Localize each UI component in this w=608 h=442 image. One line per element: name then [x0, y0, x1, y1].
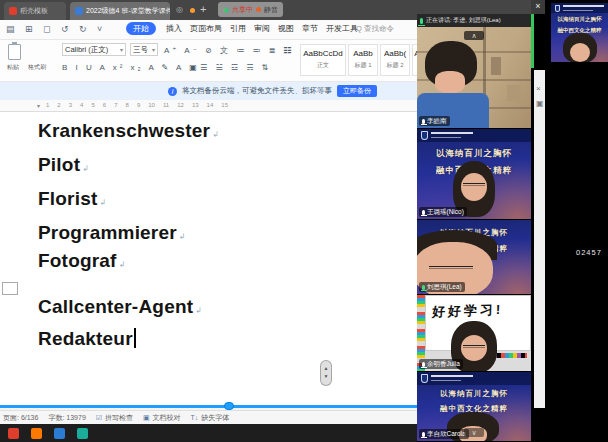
video-tile-participant-2[interactable]: 以海纳百川之胸怀 融中西文化之精粹 王璐瑶(Nico)	[417, 129, 531, 220]
check-icon: ☑	[96, 414, 102, 421]
style-label: 标题 1	[349, 61, 377, 70]
ruler-number: 10	[148, 102, 155, 108]
paste-label[interactable]: 粘贴	[7, 63, 19, 72]
video-tile-participant-4[interactable]: 好好学习! 余明香Julia	[417, 295, 531, 372]
paragraph-align-tools[interactable]: ☰ ☱ ☲ ☴ ⇅	[200, 63, 271, 72]
spell-check-toggle[interactable]: ☑ 拼写检查	[96, 413, 133, 423]
scrollbar-thumb[interactable]	[224, 402, 234, 410]
school-emblem-icon	[555, 5, 560, 12]
close-sidebar-icon[interactable]: ×	[536, 84, 541, 93]
font-name-select[interactable]: Calibri (正文)▾	[62, 43, 126, 56]
ribbon-tab-insert[interactable]: 插入	[166, 23, 182, 34]
backup-now-button[interactable]: 立即备份	[337, 85, 377, 97]
participant-name: 李自欣Carola	[427, 430, 466, 439]
slogan-line1: 以海纳百川之胸怀	[551, 16, 608, 23]
doc-word: Florist	[38, 188, 97, 209]
expand-more-button[interactable]: ∨	[464, 428, 484, 437]
page-indicator: 页面: 6/136	[3, 413, 38, 423]
word-count[interactable]: 字数: 13979	[48, 413, 85, 423]
vertical-scrollbar-strip[interactable]	[534, 70, 545, 408]
taskbar-app-red[interactable]	[8, 428, 19, 439]
mic-icon	[422, 119, 425, 124]
tab-docer-templates[interactable]: 稻壳模板	[4, 2, 66, 20]
ribbon-tab-home[interactable]: 开始	[126, 22, 156, 35]
proof-label: 文档校对	[153, 414, 181, 421]
name-badge: 李皓南	[419, 116, 450, 126]
font-size-select[interactable]: 三号▾	[130, 43, 158, 56]
backup-banner-text: 将文档备份云端，可避免文件丢失、损坏等事	[182, 86, 332, 96]
share-border-highlight	[531, 14, 534, 68]
style-label: 正文	[301, 61, 345, 70]
style-normal[interactable]: AaBbCcDd 正文	[300, 44, 346, 76]
ruler-number: 5	[91, 102, 94, 108]
glasses	[463, 183, 485, 184]
taskbar-app-blue[interactable]	[54, 428, 65, 439]
doc-line[interactable]: Programmierer↲	[38, 222, 186, 244]
ruler-number: 15	[221, 102, 228, 108]
video-tile-participant-3[interactable]: 以海纳百川之胸怀 融中西文化之精粹 刘思琪(Lea)	[417, 220, 531, 295]
timer-text: 02457	[576, 248, 602, 257]
style-heading1[interactable]: AaBb 标题 1	[348, 44, 378, 76]
right-black-region: × × ▣ 以海纳百川之胸怀 融中西文化之精粹 02457	[531, 0, 608, 442]
mic-icon	[422, 362, 425, 367]
ribbon-tab-section[interactable]: 章节	[302, 23, 318, 34]
style-preview: AaBb	[349, 49, 377, 58]
caret-icon: ▾	[120, 46, 123, 53]
mic-icon	[422, 432, 425, 437]
font-tools-row2[interactable]: B I U A x² x₂ A ✎ A ▣	[62, 63, 200, 72]
command-search[interactable]: Q 查找命令	[356, 24, 394, 34]
doc-word: Redakteur	[38, 328, 133, 349]
paragraph-mark-icon: ↲	[195, 306, 202, 315]
style-label: 标题 2	[381, 61, 409, 70]
ruler-number: 4	[80, 102, 83, 108]
taskbar-app-teal[interactable]	[77, 428, 88, 439]
doc-line[interactable]: Florist↲	[38, 188, 106, 210]
sidebar-box-icon[interactable]: ▣	[536, 99, 544, 108]
quick-access-icons[interactable]: ▤ ⊞ ◻ ↺ ↻ ˅	[6, 24, 106, 34]
new-tab-button[interactable]: +	[200, 3, 206, 15]
proof-icon: ▣	[143, 414, 150, 421]
doc-line[interactable]: Fotograf↲	[38, 250, 126, 272]
sharing-status-label: 共享中	[232, 5, 253, 15]
indent-marker[interactable]: ▾	[37, 102, 40, 109]
tab-active-document[interactable]: 2022级德4 班-课堂教学课件	[70, 2, 170, 20]
text-cursor	[134, 328, 136, 348]
ribbon-tab-review[interactable]: 审阅	[254, 23, 270, 34]
active-speaker-text: 正在讲话: 李进, 刘思琪(Lea)	[426, 16, 501, 25]
doc-line[interactable]: Krankenschwester↲	[38, 120, 219, 142]
meeting-floating-bar[interactable]: ◉ 共享中 静音	[218, 2, 283, 17]
style-heading2[interactable]: AaBb( 标题 2	[380, 44, 410, 76]
horizontal-scrollbar[interactable]	[0, 405, 417, 408]
doc-proof-button[interactable]: ▣ 文档校对	[143, 413, 181, 423]
video-tile-participant-5[interactable]: 以海纳百川之胸怀 融中西文化之精粹 ∨ 李自欣Carola	[417, 372, 531, 442]
doc-word: Fotograf	[38, 250, 117, 271]
floating-video-thumbnail[interactable]: 以海纳百川之胸怀 融中西文化之精粹	[551, 3, 608, 62]
font-size-value: 三号	[133, 45, 148, 55]
eye-protect-icon[interactable]: ◎	[176, 5, 183, 14]
tab-label: 稻壳模板	[20, 6, 48, 16]
video-tile-participant-1[interactable]: ∧ 李皓南	[417, 27, 531, 129]
doc-line[interactable]: Redakteur	[38, 328, 136, 350]
info-icon: i	[168, 87, 177, 96]
doc-line[interactable]: Callcenter-Agent↲	[38, 296, 202, 318]
paragraph-mark-icon: ↲	[82, 164, 89, 173]
format-painter-button[interactable]: 格式刷	[28, 63, 46, 72]
participant-face	[461, 335, 487, 361]
missing-font-button[interactable]: T↓ 缺失字体	[191, 413, 230, 423]
paragraph-mark-icon: ↲	[119, 260, 126, 269]
ribbon-tab-page-layout[interactable]: 页面布局	[190, 23, 222, 34]
taskbar-app-orange[interactable]	[31, 428, 42, 439]
close-icon[interactable]: ×	[531, 0, 545, 14]
paragraph-mark-icon: ↲	[179, 232, 186, 241]
ribbon-tab-references[interactable]: 引用	[230, 23, 246, 34]
tab-label: 2022级德4 班-课堂教学课件	[86, 6, 170, 16]
doc-word: Pilot	[38, 154, 80, 175]
name-badge: 刘思琪(Lea)	[419, 282, 465, 292]
participant-face	[435, 71, 465, 93]
collapse-panel-button[interactable]: ∧	[464, 31, 484, 40]
font-tools-row1[interactable]: A⁺ A⁻ ⊘ 文 ≔ ≕ ≣ ☷	[164, 45, 295, 56]
ribbon-tab-view[interactable]: 视图	[278, 23, 294, 34]
paste-icon[interactable]	[8, 44, 21, 60]
ribbon-tab-dev-tools[interactable]: 开发工具	[326, 23, 358, 34]
doc-line[interactable]: Pilot↲	[38, 154, 89, 176]
